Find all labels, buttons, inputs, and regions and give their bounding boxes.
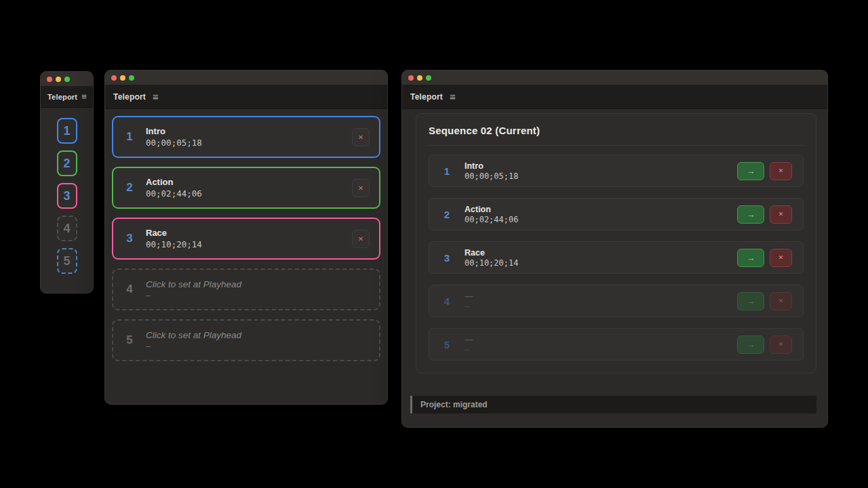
zoom-window-button[interactable] — [129, 75, 134, 81]
slot-number: 2 — [63, 157, 70, 171]
app-title: Teleport — [113, 92, 146, 102]
app-header: Teleport ≡ — [41, 86, 93, 108]
marker-label: Intro — [146, 126, 352, 136]
arrow-right-icon: → — [747, 340, 755, 350]
marker-number: 5 — [113, 333, 146, 347]
compact-window: Teleport ≡ 1 2 3 4 5 — [40, 71, 94, 293]
marker-list-window: Teleport ≡ 1 Intro 00;00;05;18 ✕ 2 Actio… — [104, 70, 388, 405]
row-timecode: 00;02;44;06 — [465, 215, 737, 224]
marker-placeholder: Click to set at Playhead — [146, 330, 370, 340]
close-icon: ✕ — [358, 134, 363, 141]
teleport-slot-3[interactable]: 3 — [57, 183, 77, 209]
app-header: Teleport ≡ — [105, 85, 387, 109]
marker-card-4-empty[interactable]: 4 Click to set at Playhead – — [112, 268, 380, 310]
traffic-lights — [408, 75, 431, 81]
delete-marker-button[interactable]: ✕ — [770, 162, 792, 180]
row-label: Race — [465, 248, 737, 258]
delete-marker-button[interactable]: ✕ — [352, 179, 370, 197]
goto-marker-button[interactable]: → — [737, 336, 764, 354]
minimize-window-button[interactable] — [417, 75, 422, 81]
close-icon: ✕ — [778, 298, 784, 304]
delete-marker-button[interactable]: ✕ — [770, 292, 792, 310]
marker-card-5-empty[interactable]: 5 Click to set at Playhead – — [112, 319, 380, 361]
marker-label: Action — [146, 177, 352, 187]
hamburger-menu-icon[interactable]: ≡ — [450, 92, 456, 102]
marker-timecode: 00;00;05;18 — [146, 138, 352, 148]
row-text: Race 00;10;20;14 — [465, 248, 737, 268]
row-number: 4 — [429, 296, 465, 307]
marker-timecode: 00;10;20;14 — [146, 239, 352, 249]
goto-marker-button[interactable]: → — [737, 292, 764, 310]
delete-marker-button[interactable]: ✕ — [352, 128, 370, 146]
divider — [429, 145, 804, 146]
hamburger-menu-icon[interactable]: ≡ — [81, 92, 87, 101]
marker-card-1[interactable]: 1 Intro 00;00;05;18 ✕ — [112, 116, 380, 158]
marker-list: 1 Intro 00;00;05;18 ✕ 2 Action 00;02;44;… — [105, 109, 387, 361]
delete-marker-button[interactable]: ✕ — [352, 230, 370, 248]
row-timecode: 00;00;05;18 — [465, 171, 737, 181]
close-icon: ✕ — [358, 184, 363, 192]
sequence-row-1[interactable]: 1 Intro 00;00;05;18 → ✕ — [429, 155, 804, 187]
marker-card-2[interactable]: 2 Action 00;02;44;06 ✕ — [112, 167, 380, 209]
delete-marker-button[interactable]: ✕ — [770, 205, 792, 224]
sequence-heading: Sequence 02 (Current) — [429, 125, 804, 136]
project-status: Project: migrated — [420, 400, 488, 409]
row-label: Intro — [465, 161, 737, 171]
teleport-slot-4[interactable]: 4 — [57, 216, 77, 241]
row-label: — — [465, 335, 737, 344]
arrow-right-icon: → — [747, 166, 755, 176]
close-icon: ✕ — [778, 211, 784, 218]
close-window-button[interactable] — [111, 75, 117, 81]
row-label: Action — [465, 205, 737, 214]
traffic-lights — [47, 77, 70, 82]
sequence-row-2[interactable]: 2 Action 00;02;44;06 → ✕ — [429, 198, 804, 230]
row-timecode: – — [465, 302, 737, 311]
row-timecode: 00;10;20;14 — [465, 258, 737, 268]
marker-number: 4 — [113, 283, 146, 296]
teleport-slot-5[interactable]: 5 — [57, 248, 77, 274]
row-number: 1 — [429, 165, 465, 177]
marker-timecode: – — [146, 291, 370, 300]
marker-text: Action 00;02;44;06 — [146, 177, 352, 199]
zoom-window-button[interactable] — [426, 75, 431, 81]
delete-marker-button[interactable]: ✕ — [770, 336, 792, 354]
sequence-row-5-empty[interactable]: 5 — – → ✕ — [429, 328, 804, 361]
marker-card-3[interactable]: 3 Race 00;10;20;14 ✕ — [112, 218, 380, 260]
goto-marker-button[interactable]: → — [737, 205, 764, 224]
marker-label: Race — [146, 228, 352, 238]
row-text: — – — [465, 335, 737, 354]
app-title: Teleport — [410, 92, 443, 102]
marker-placeholder: Click to set at Playhead — [146, 279, 370, 289]
slot-number: 3 — [63, 189, 70, 203]
minimize-window-button[interactable] — [120, 75, 125, 81]
teleport-slot-2[interactable]: 2 — [57, 150, 77, 176]
marker-timecode: 00;02;44;06 — [146, 188, 352, 199]
slot-number: 4 — [63, 222, 70, 236]
sequence-window: Teleport ≡ Sequence 02 (Current) 1 Intro… — [401, 70, 828, 428]
hamburger-menu-icon[interactable]: ≡ — [153, 92, 159, 102]
row-actions: → ✕ — [737, 336, 792, 354]
close-window-button[interactable] — [47, 77, 52, 82]
goto-marker-button[interactable]: → — [737, 162, 764, 180]
teleport-slot-1[interactable]: 1 — [57, 118, 77, 144]
marker-text: Click to set at Playhead – — [146, 279, 370, 300]
minimize-window-button[interactable] — [56, 77, 61, 82]
slot-number: 1 — [63, 124, 70, 138]
slot-number: 5 — [63, 254, 70, 268]
app-header: Teleport ≡ — [402, 85, 827, 109]
row-number: 2 — [429, 209, 465, 220]
close-window-button[interactable] — [408, 75, 414, 81]
row-actions: → ✕ — [737, 205, 792, 224]
traffic-lights — [111, 75, 134, 81]
sequence-row-3[interactable]: 3 Race 00;10;20;14 → ✕ — [429, 241, 804, 274]
delete-marker-button[interactable]: ✕ — [770, 249, 792, 267]
sequence-row-4-empty[interactable]: 4 — – → ✕ — [429, 285, 804, 317]
row-actions: → ✕ — [737, 162, 792, 180]
marker-text: Race 00;10;20;14 — [146, 228, 352, 249]
row-text: — – — [465, 291, 737, 311]
row-number: 3 — [429, 252, 465, 264]
marker-timecode: – — [146, 342, 370, 351]
goto-marker-button[interactable]: → — [737, 249, 764, 267]
zoom-window-button[interactable] — [64, 77, 70, 82]
arrow-right-icon: → — [747, 296, 755, 306]
